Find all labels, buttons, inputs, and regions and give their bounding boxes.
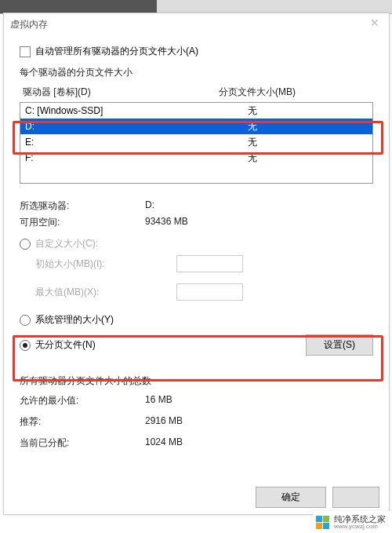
no-paging-radio[interactable] — [20, 340, 31, 351]
recommended-value: 2916 MB — [145, 415, 183, 429]
no-paging-label: 无分页文件(N) — [35, 338, 96, 352]
selected-drive-label: 所选驱动器: — [20, 199, 145, 213]
watermark-cn: 纯净系统之家 — [334, 515, 386, 524]
drive-row[interactable]: E:无 — [20, 134, 372, 150]
max-size-label: 最大值(MB)(X): — [35, 286, 176, 299]
drive-row[interactable]: C: [Windows-SSD]无 — [20, 103, 372, 119]
totals-header: 所有驱动器分页文件大小的总数 — [20, 374, 373, 388]
custom-size-radio-row[interactable]: 自定义大小(C): — [20, 237, 373, 250]
current-alloc-label: 当前已分配: — [20, 436, 145, 450]
drive-list[interactable]: C: [Windows-SSD]无D:无E:无F:无 — [20, 102, 373, 184]
col-size-label: 分页文件大小(MB) — [219, 86, 370, 99]
titlebar: 虚拟内存 ✕ — [4, 13, 389, 35]
per-drive-header: 每个驱动器的分页文件大小 — [20, 66, 373, 79]
dialog-title: 虚拟内存 — [10, 18, 48, 31]
recommended-row: 推荐: 2916 MB — [20, 415, 373, 429]
current-alloc-row: 当前已分配: 1024 MB — [20, 436, 373, 450]
min-size-row: 允许的最小值: 16 MB — [20, 394, 373, 407]
max-size-row: 最大值(MB)(X): — [20, 283, 373, 301]
drive-pagefile-size: 无 — [221, 151, 284, 165]
watermark-text: 纯净系统之家 www.ycwzj.com — [334, 515, 386, 530]
initial-size-label: 初始大小(MB)(I): — [35, 257, 176, 271]
drive-pagefile-size: 无 — [221, 104, 284, 118]
auto-manage-checkbox[interactable] — [20, 46, 31, 57]
close-icon[interactable]: ✕ — [370, 16, 379, 29]
available-space-row: 可用空间: 93436 MB — [20, 216, 373, 229]
available-space-value: 93436 MB — [145, 216, 188, 229]
selected-drive-value: D: — [145, 199, 154, 213]
max-size-input[interactable] — [176, 283, 243, 301]
drive-pagefile-size: 无 — [221, 119, 284, 133]
drive-letter: F: — [25, 151, 221, 165]
dialog-content: 自动管理所有驱动器的分页文件大小(A) 每个驱动器的分页文件大小 驱动器 [卷标… — [4, 35, 389, 456]
drive-pagefile-size: 无 — [221, 135, 284, 149]
col-drive-label: 驱动器 [卷标](D) — [23, 86, 219, 99]
min-size-value: 16 MB — [145, 394, 172, 407]
custom-size-label: 自定义大小(C): — [35, 237, 98, 250]
min-size-label: 允许的最小值: — [20, 394, 145, 407]
drive-letter: E: — [25, 135, 221, 149]
system-managed-radio[interactable] — [20, 315, 31, 326]
drive-letter: D: — [25, 119, 221, 133]
virtual-memory-dialog: 虚拟内存 ✕ 自动管理所有驱动器的分页文件大小(A) 每个驱动器的分页文件大小 … — [3, 13, 390, 515]
drive-row[interactable]: D:无 — [20, 119, 372, 134]
radio-dot-icon — [23, 343, 27, 348]
drive-row[interactable]: F:无 — [20, 150, 372, 166]
selected-drive-row: 所选驱动器: D: — [20, 199, 373, 213]
available-space-label: 可用空间: — [20, 216, 145, 229]
cancel-button-partial[interactable] — [332, 487, 379, 508]
system-managed-radio-row[interactable]: 系统管理的大小(Y) — [20, 313, 373, 327]
footer-buttons: 确定 — [256, 487, 379, 508]
drive-letter: C: [Windows-SSD] — [25, 104, 221, 118]
ok-button[interactable]: 确定 — [256, 487, 326, 508]
auto-manage-row[interactable]: 自动管理所有驱动器的分页文件大小(A) — [20, 45, 373, 58]
auto-manage-label: 自动管理所有驱动器的分页文件大小(A) — [35, 45, 198, 58]
custom-size-radio[interactable] — [20, 239, 31, 250]
system-managed-label: 系统管理的大小(Y) — [35, 313, 114, 327]
initial-size-row: 初始大小(MB)(I): — [20, 255, 373, 272]
no-paging-row: 无分页文件(N) 设置(S) — [20, 334, 373, 356]
drive-list-header: 驱动器 [卷标](D) 分页文件大小(MB) — [20, 84, 373, 100]
initial-size-input[interactable] — [176, 255, 243, 272]
set-button[interactable]: 设置(S) — [306, 334, 373, 356]
background-dark-strip — [0, 0, 157, 13]
current-alloc-value: 1024 MB — [145, 436, 183, 450]
watermark: 纯净系统之家 www.ycwzj.com — [313, 511, 392, 533]
recommended-label: 推荐: — [20, 415, 145, 429]
watermark-url: www.ycwzj.com — [334, 524, 386, 530]
watermark-logo-icon — [316, 516, 329, 529]
